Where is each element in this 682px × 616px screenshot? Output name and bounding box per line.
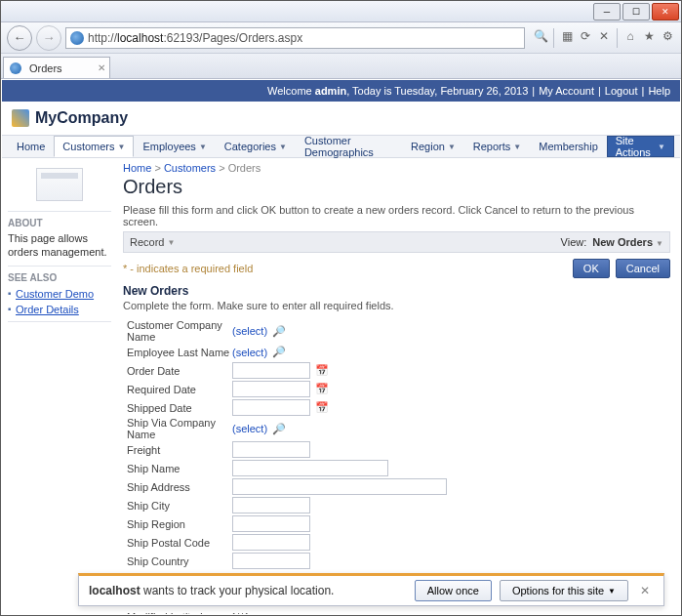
url-text: http://localhost:62193/Pages/Orders.aspx bbox=[88, 31, 302, 45]
label-shipped-date: Shipped Date bbox=[123, 402, 232, 414]
chevron-down-icon: ▼ bbox=[513, 143, 521, 151]
nav-home[interactable]: Home bbox=[8, 136, 54, 157]
nav-categories[interactable]: Categories▼ bbox=[216, 136, 296, 157]
sidebar-page-icon bbox=[36, 168, 83, 201]
select-employee[interactable]: (select) bbox=[232, 347, 267, 358]
chevron-down-icon: ▼ bbox=[279, 143, 287, 151]
input-freight[interactable] bbox=[232, 441, 310, 458]
ie-icon bbox=[70, 31, 84, 45]
location-toast: localhost wants to track your physical l… bbox=[78, 573, 664, 606]
window-minimize-button[interactable]: ─ bbox=[593, 3, 621, 21]
sidebar-seealso-head: SEE ALSO bbox=[8, 272, 111, 283]
chevron-down-icon: ▼ bbox=[199, 143, 207, 151]
input-order-date[interactable] bbox=[232, 362, 310, 379]
required-note: * - indicates a required field bbox=[123, 263, 253, 274]
stop-icon[interactable]: ✕ bbox=[596, 28, 612, 44]
address-bar[interactable]: http://localhost:62193/Pages/Orders.aspx bbox=[65, 27, 525, 49]
select-shipvia[interactable]: (select) bbox=[232, 423, 267, 434]
chevron-down-icon: ▼ bbox=[167, 238, 175, 247]
tools-icon[interactable]: ⚙ bbox=[660, 28, 675, 44]
input-ship-name[interactable] bbox=[232, 460, 388, 476]
ok-button[interactable]: OK bbox=[573, 259, 610, 278]
back-button[interactable]: ← bbox=[7, 25, 32, 51]
input-shipped-date[interactable] bbox=[232, 399, 310, 416]
refresh-icon[interactable]: ⟳ bbox=[578, 28, 593, 44]
input-required-date[interactable] bbox=[232, 381, 310, 397]
home-icon[interactable]: ⌂ bbox=[622, 28, 638, 44]
lookup-icon[interactable]: 🔎 bbox=[271, 346, 287, 359]
calendar-icon[interactable]: 📅 bbox=[314, 383, 330, 396]
input-ship-postal[interactable] bbox=[232, 534, 310, 551]
breadcrumb-home[interactable]: Home bbox=[123, 162, 151, 174]
nav-region[interactable]: Region▼ bbox=[402, 136, 464, 157]
nav-reports[interactable]: Reports▼ bbox=[464, 136, 530, 157]
chevron-down-icon: ▼ bbox=[656, 239, 663, 248]
tab-close-icon[interactable]: ✕ bbox=[98, 62, 105, 73]
label-shipvia-company: Ship Via Company Name bbox=[123, 417, 232, 440]
lookup-icon[interactable]: 🔎 bbox=[271, 324, 287, 338]
select-customer-company[interactable]: (select) bbox=[232, 325, 267, 337]
options-button[interactable]: Options for this site ▼ bbox=[500, 580, 628, 601]
compat-icon[interactable]: ▦ bbox=[559, 28, 575, 44]
sidebar-link-customer-demo[interactable]: Customer Demo bbox=[8, 286, 111, 302]
record-menu[interactable]: Record▼ bbox=[130, 236, 175, 248]
sidebar: ABOUT This page allows orders management… bbox=[2, 158, 117, 614]
label-ship-postal: Ship Postal Code bbox=[123, 537, 232, 549]
label-ship-country: Ship Country bbox=[123, 555, 232, 567]
label-modified-lat: Modified Latitude bbox=[123, 611, 232, 615]
logout-link[interactable]: Logout bbox=[605, 85, 638, 97]
breadcrumb: Home > Customers > Orders bbox=[123, 162, 670, 174]
help-link[interactable]: Help bbox=[648, 85, 670, 97]
label-ship-city: Ship City bbox=[123, 500, 232, 512]
divider bbox=[617, 28, 618, 48]
calendar-icon[interactable]: 📅 bbox=[314, 401, 330, 415]
window-maximize-button[interactable]: ☐ bbox=[622, 3, 650, 21]
nav-employees[interactable]: Employees▼ bbox=[134, 136, 215, 157]
input-ship-address[interactable] bbox=[232, 478, 447, 495]
my-account-link[interactable]: My Account bbox=[539, 85, 594, 97]
brand-icon bbox=[12, 109, 29, 127]
site-actions-button[interactable]: Site Actions▼ bbox=[607, 136, 674, 157]
cancel-button[interactable]: Cancel bbox=[616, 259, 670, 278]
nav-membership[interactable]: Membership bbox=[530, 136, 607, 157]
label-order-date: Order Date bbox=[123, 365, 232, 377]
sidebar-link-order-details[interactable]: Order Details bbox=[8, 302, 111, 317]
input-ship-region[interactable] bbox=[232, 515, 310, 532]
calendar-icon[interactable]: 📅 bbox=[314, 364, 330, 378]
label-ship-address: Ship Address bbox=[123, 481, 232, 493]
input-ship-city[interactable] bbox=[232, 497, 310, 513]
browser-nav-bar: ← → http://localhost:62193/Pages/Orders.… bbox=[1, 22, 681, 54]
toast-close-icon[interactable]: ✕ bbox=[636, 584, 654, 597]
browser-tab[interactable]: Orders ✕ bbox=[3, 57, 110, 78]
label-ship-name: Ship Name bbox=[123, 463, 232, 474]
lookup-icon[interactable]: 🔎 bbox=[271, 422, 287, 435]
page-instructions: Please fill this form and click OK butto… bbox=[123, 204, 670, 227]
sidebar-about-text: This page allows orders management. bbox=[8, 231, 111, 260]
tab-title: Orders bbox=[29, 62, 62, 74]
search-icon[interactable]: 🔍 bbox=[533, 28, 548, 44]
favorites-icon[interactable]: ★ bbox=[641, 28, 657, 44]
chevron-down-icon: ▼ bbox=[608, 587, 616, 595]
welcome-bar: Welcome admin, Today is Tuesday, Februar… bbox=[2, 80, 680, 102]
page-title: Orders bbox=[123, 176, 670, 198]
allow-once-button[interactable]: Allow once bbox=[415, 580, 492, 601]
forward-button[interactable]: → bbox=[36, 25, 61, 51]
window-titlebar: ─ ☐ ✕ bbox=[1, 1, 681, 22]
view-selector[interactable]: New Orders ▼ bbox=[592, 236, 663, 248]
label-freight: Freight bbox=[123, 444, 232, 456]
chevron-down-icon: ▼ bbox=[658, 143, 665, 151]
brand-name: MyCompany bbox=[35, 109, 128, 127]
brand-row: MyCompany bbox=[2, 102, 680, 135]
window-close-button[interactable]: ✕ bbox=[652, 3, 679, 21]
breadcrumb-customers[interactable]: Customers bbox=[164, 162, 216, 174]
main-nav: Home Customers▼ Employees▼ Categories▼ C… bbox=[2, 135, 680, 158]
welcome-text: Welcome admin, Today is Tuesday, Februar… bbox=[267, 85, 528, 97]
label-employee-lastname: Employee Last Name bbox=[123, 347, 232, 358]
chevron-down-icon: ▼ bbox=[448, 143, 456, 151]
input-ship-country[interactable] bbox=[232, 553, 310, 569]
nav-customer-demographics[interactable]: Customer Demographics bbox=[296, 136, 402, 157]
breadcrumb-current: Orders bbox=[228, 162, 261, 174]
sidebar-about-head: ABOUT bbox=[8, 218, 111, 228]
nav-customers[interactable]: Customers▼ bbox=[54, 136, 134, 157]
chevron-down-icon: ▼ bbox=[118, 143, 126, 151]
